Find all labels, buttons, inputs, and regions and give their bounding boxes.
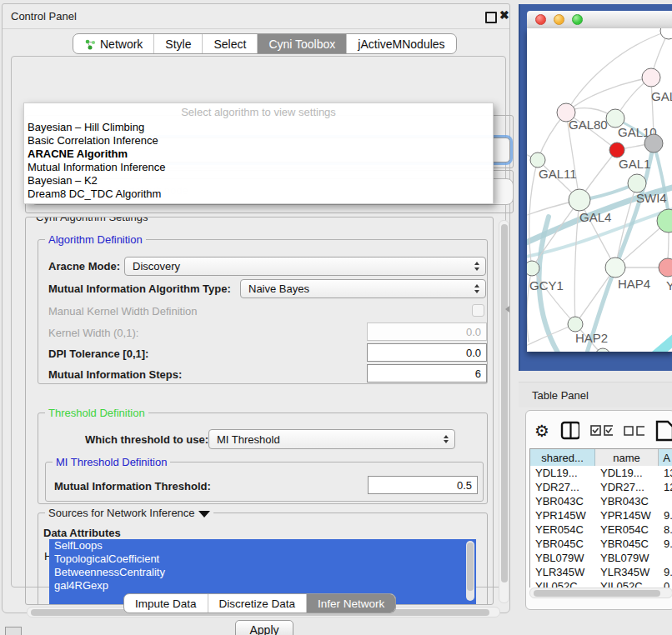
table-row[interactable]: YBR043CYBR043C [530,494,672,508]
column-header-A[interactable]: A [659,449,672,466]
minimized-panel-icon[interactable] [5,627,22,635]
kernel-width-input[interactable] [367,322,487,341]
table-cell: YDL19... [595,466,659,480]
table-cell: YBR043C [530,494,595,508]
tab-discretize-data[interactable]: Discretize Data [208,594,308,612]
table-cell: YBR043C [595,494,659,508]
mi-type-combo[interactable]: Naive Bayes [240,279,486,298]
dpi-tolerance-input[interactable] [367,343,487,362]
node-label-gal80: GAL80 [569,118,608,132]
minimize-traffic-light-icon[interactable] [554,14,564,25]
network-node-gal4[interactable] [569,189,590,211]
tab-style[interactable]: Style [154,34,203,53]
attributes-scrollbar-thumb[interactable] [467,542,474,591]
aracne-mode-combo[interactable]: Discovery [124,257,486,276]
close-icon[interactable]: ✖ [499,8,509,22]
table-body: YDL19...YDL19...13YDR27...YDR27...12YBR0… [530,466,672,588]
network-node-gal[interactable] [642,68,660,87]
algorithm-option[interactable]: Mutual Information Inference [24,161,493,174]
table-row[interactable]: YLR345WYLR345W9. [530,565,672,579]
mi-threshold-definition-group: MI Threshold Definition Mutual Informati… [45,462,484,502]
mi-steps-input[interactable] [367,364,487,382]
mi-type-label: Mutual Information Algorithm Type: [48,282,231,295]
bottom-tab-bar: Impute DataDiscretize DataInfer Network [123,593,396,613]
network-node-hap2[interactable] [568,317,583,332]
table-row[interactable]: YBL079WYBL079W [530,551,672,565]
export-table-icon[interactable] [655,420,672,442]
network-node[interactable] [644,134,663,152]
tab-cyni-toolbox[interactable]: Cyni Toolbox [258,34,347,53]
deselect-checkboxes-icon[interactable] [624,424,644,438]
threshold-definition-group: Threshold Definition Which threshold to … [38,412,488,504]
mi-threshold-input[interactable] [368,476,478,494]
network-edge [566,78,651,112]
network-node-gcy1[interactable] [527,261,539,276]
table-row[interactable]: YPR145WYPR145W9. [530,508,672,522]
attribute-item[interactable]: gal4RGexp [49,579,476,592]
network-canvas[interactable]: GALGAL80GAL10GAL1GAL11SWI4GAL4GCY1HAP4YH… [527,28,672,352]
table-row[interactable]: YIL052CYIL052C0. [530,579,672,588]
select-all-checkboxes-icon[interactable] [590,424,613,438]
zoom-traffic-light-icon[interactable] [572,14,583,25]
which-threshold-value: MI Threshold [217,433,280,446]
gear-icon[interactable]: ⚙ [534,421,549,441]
which-threshold-combo[interactable]: MI Threshold [208,429,455,449]
table-panel-titlebar: Table Panel [519,382,672,408]
panel-resize-arrow-icon[interactable] [505,306,509,312]
attributes-scrollbar[interactable] [466,541,474,601]
settings-vscroll-thumb[interactable] [501,224,508,582]
settings-vertical-scrollbar[interactable] [499,220,509,603]
tab-impute-data[interactable]: Impute Data [124,594,208,612]
which-threshold-label: Which threshold to use: [85,433,208,446]
table-row[interactable]: YDR27...YDR27...12 [530,480,672,494]
algorithm-option[interactable]: Dream8 DC_TDC Algorithm [24,188,493,201]
table-row[interactable]: YBR045CYBR045C9. [530,537,672,551]
algorithm-option[interactable]: Bayesian – Hill Climbing [24,121,493,134]
tab-select[interactable]: Select [203,34,258,53]
attribute-item[interactable]: TopologicalCoefficient [49,552,476,566]
algorithm-option[interactable]: Basic Correlation Inference [24,134,493,148]
table-cell: YIL052C [530,579,595,588]
network-node-swi4[interactable] [628,174,646,192]
apply-button[interactable]: Apply [235,620,293,635]
table-cell [659,551,672,565]
data-attributes-label: Data Attributes [43,527,121,539]
column-header-shared[interactable]: shared... [530,449,595,466]
table-horizontal-scrollbar[interactable] [529,588,672,598]
table-row[interactable]: YDL19...YDL19...13 [530,466,672,480]
network-node-hap4[interactable] [605,258,625,278]
node-label-gal: GAL [651,89,672,103]
node-label-hap2: HAP2 [575,331,608,345]
algorithm-option[interactable]: Bayesian – K2 [24,174,493,188]
network-node-y[interactable] [659,258,672,277]
table-header-row: shared...nameA [530,449,672,466]
attribute-item[interactable]: SelfLoops [49,539,476,552]
table-hscroll-thumb[interactable] [534,590,660,597]
network-node[interactable] [660,28,672,39]
table-row[interactable]: YER054CYER054C8. [530,522,672,537]
cyni-toolbox-panel: gal:filtered.sif default node Select alg… [11,56,506,588]
algorithm-dropdown-popup: Select algorithm to view settings Bayesi… [23,102,494,204]
tab-label: jActiveMNodules [358,38,444,51]
tab-label: Network [100,38,143,51]
float-window-icon[interactable] [485,12,497,23]
control-panel-title: Control Panel [11,10,77,22]
close-traffic-light-icon[interactable] [535,14,546,25]
network-window-titlebar[interactable] [527,11,672,29]
aracne-mode-value: Discovery [133,260,180,272]
tab-infer-network[interactable]: Infer Network [307,594,395,612]
column-header-name[interactable]: name [595,449,659,466]
column-view-icon[interactable] [560,421,579,441]
spinner-arrows-icon [444,435,449,444]
network-node-gal11[interactable] [530,152,545,168]
tab-network[interactable]: Network [73,34,154,53]
tab-jactivemnodules[interactable]: jActiveMNodules [347,34,455,53]
tab-label: Select [213,38,246,51]
control-panel-titlebar: Control Panel ✖ [3,4,509,29]
node-label-swi4: SWI4 [636,191,667,205]
network-node-gal1[interactable] [609,142,624,158]
manual-kernel-checkbox[interactable] [472,304,484,317]
algorithm-option[interactable]: ARACNE Algorithm [24,148,493,161]
sources-group-title[interactable]: Sources for Network Inference [45,507,213,519]
attribute-item[interactable]: BetweennessCentrality [49,566,476,579]
